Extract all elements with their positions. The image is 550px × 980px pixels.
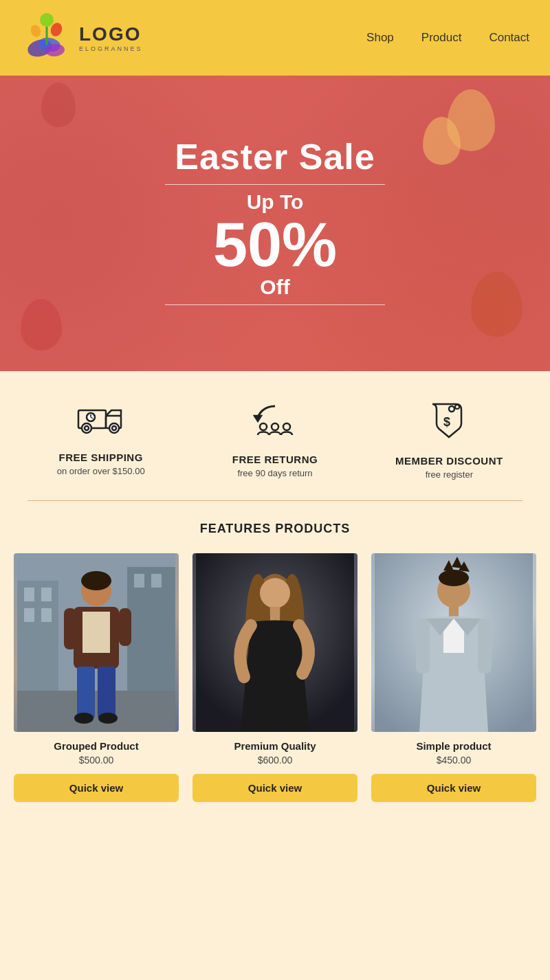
svg-rect-28 xyxy=(24,608,34,622)
feature-shipping-title: FREE SHIPPING xyxy=(58,452,142,463)
product-name-2: Premium Quality xyxy=(234,740,316,752)
svg-point-17 xyxy=(260,423,267,430)
product-name-3: Simple product xyxy=(416,740,491,752)
svg-rect-63 xyxy=(478,619,492,673)
svg-rect-31 xyxy=(151,574,162,588)
product-price-1: $500.00 xyxy=(79,755,114,766)
svg-rect-50 xyxy=(270,607,280,621)
svg-rect-41 xyxy=(64,608,76,649)
hero-content: Easter Sale Up To 50% Off xyxy=(165,136,385,311)
product-image-1 xyxy=(14,553,179,732)
main-nav: Shop Product Contact xyxy=(366,31,529,45)
svg-text:$: $ xyxy=(443,415,450,429)
quick-view-btn-3[interactable]: Quick view xyxy=(371,774,536,802)
return-icon xyxy=(251,401,299,444)
feature-shipping: FREE SHIPPING on order over $150.00 xyxy=(14,402,188,476)
svg-rect-42 xyxy=(119,608,131,646)
truck-icon xyxy=(77,402,125,442)
svg-rect-37 xyxy=(77,667,95,718)
svg-point-18 xyxy=(272,423,278,430)
product-price-2: $600.00 xyxy=(258,755,293,766)
hero-title: Easter Sale xyxy=(165,136,385,177)
svg-point-3 xyxy=(40,13,54,27)
products-grid: Grouped Product $500.00 Quick view xyxy=(14,553,536,802)
svg-point-9 xyxy=(82,423,91,433)
hero-percent: 50% xyxy=(165,214,385,276)
feature-discount-subtitle: free register xyxy=(426,469,473,480)
product-card-1: Grouped Product $500.00 Quick view xyxy=(14,553,179,802)
svg-point-11 xyxy=(109,423,119,433)
feature-discount: $ MEMBER DISCOUNT free register xyxy=(362,399,536,480)
feature-returns-title: FREE RETURNG xyxy=(232,454,318,465)
features-bar: FREE SHIPPING on order over $150.00 FREE… xyxy=(0,371,550,500)
product-image-2 xyxy=(192,553,358,732)
hero-divider-bottom xyxy=(165,304,385,305)
svg-point-39 xyxy=(74,713,94,724)
quick-view-btn-2[interactable]: Quick view xyxy=(192,774,358,802)
svg-rect-58 xyxy=(449,605,459,618)
logo-subtitle: ELOGRANNES xyxy=(79,45,143,52)
nav-shop[interactable]: Shop xyxy=(366,31,394,45)
product-card-3: Simple product $450.00 Quick view xyxy=(371,553,536,802)
svg-marker-16 xyxy=(254,416,261,421)
products-section: FEATURES PRODUCTS xyxy=(0,501,550,829)
svg-point-5 xyxy=(29,23,42,38)
svg-rect-26 xyxy=(24,588,34,601)
svg-rect-36 xyxy=(82,612,110,653)
svg-point-20 xyxy=(449,406,454,412)
feature-returns: FREE RETURNG free 90 days return xyxy=(188,401,362,478)
svg-point-19 xyxy=(283,423,290,430)
header: LOGO ELOGRANNES Shop Product Contact xyxy=(0,0,550,76)
svg-rect-38 xyxy=(98,667,116,718)
nav-contact[interactable]: Contact xyxy=(489,31,529,45)
feature-returns-subtitle: free 90 days return xyxy=(237,468,312,478)
logo-text-block: LOGO ELOGRANNES xyxy=(79,23,143,52)
hero-off: Off xyxy=(165,276,385,299)
logo-area: LOGO ELOGRANNES xyxy=(21,10,143,65)
svg-point-49 xyxy=(260,578,290,608)
product-price-3: $450.00 xyxy=(437,755,472,766)
svg-rect-30 xyxy=(134,574,144,588)
products-heading: FEATURES PRODUCTS xyxy=(14,522,536,536)
svg-point-34 xyxy=(81,571,111,590)
product-name-1: Grouped Product xyxy=(54,740,138,752)
discount-tag-icon: $ xyxy=(427,399,472,445)
feature-discount-title: MEMBER DISCOUNT xyxy=(395,455,503,467)
svg-point-22 xyxy=(455,405,459,409)
feature-shipping-subtitle: on order over $150.00 xyxy=(57,466,145,476)
svg-rect-27 xyxy=(41,588,52,601)
hero-divider-top xyxy=(165,184,385,185)
hero-banner: Easter Sale Up To 50% Off xyxy=(0,76,550,371)
product-card-2: Premium Quality $600.00 Quick view xyxy=(192,553,358,802)
logo-title: LOGO xyxy=(79,23,143,45)
svg-point-40 xyxy=(98,713,118,724)
nav-product[interactable]: Product xyxy=(421,31,462,45)
logo-icon xyxy=(21,10,76,65)
svg-rect-29 xyxy=(41,608,52,622)
svg-rect-32 xyxy=(17,691,175,732)
svg-rect-62 xyxy=(416,619,430,673)
product-image-3 xyxy=(371,553,536,732)
quick-view-btn-1[interactable]: Quick view xyxy=(14,774,179,802)
